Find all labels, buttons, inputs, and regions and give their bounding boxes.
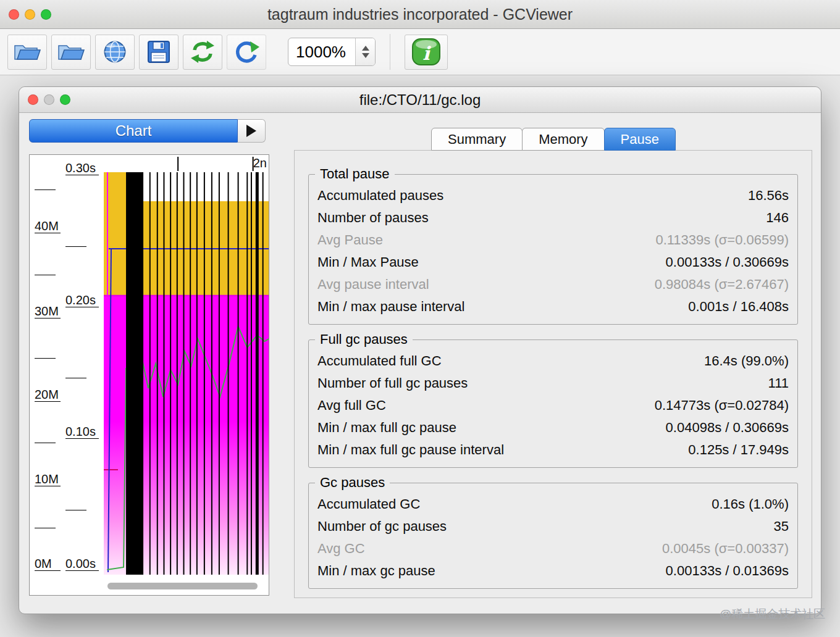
- chart-expand-button[interactable]: [238, 119, 266, 143]
- stat-row: Avg Pause 0.11339s (σ=0.06599): [317, 229, 789, 251]
- watch-button[interactable]: [227, 35, 266, 70]
- stat-label: Min / max full gc pause: [317, 417, 456, 439]
- zoom-button[interactable]: [41, 9, 51, 20]
- watch-refresh-icon: [233, 40, 259, 64]
- group-title: Full gc pauses: [315, 331, 413, 348]
- chart-scrollbar-thumb[interactable]: [107, 583, 258, 589]
- close-button[interactable]: [9, 9, 19, 20]
- stat-label: Accumulated full GC: [317, 350, 442, 372]
- watermark: @稀土掘金技术社区: [720, 606, 825, 622]
- play-triangle-icon: [246, 125, 256, 137]
- globe-icon: [103, 40, 127, 64]
- pause-stats-panel: Total pause Accumulated pauses 16.56s Nu…: [294, 150, 812, 598]
- stat-row: Number of gc pauses 35: [317, 515, 789, 538]
- stat-row: Min / max full gc pause 0.04098s / 0.306…: [317, 417, 789, 439]
- tab-memory[interactable]: Memory: [522, 128, 604, 151]
- axis-tick: [35, 275, 56, 275]
- tab-memory-label: Memory: [539, 131, 587, 148]
- group-title: Gc pauses: [315, 475, 390, 491]
- zoom-value: 1000%: [288, 43, 355, 62]
- stat-value: 0.00133s / 0.01369s: [666, 560, 789, 582]
- refresh-button[interactable]: [183, 35, 222, 70]
- stat-label: Number of full gc pauses: [317, 372, 468, 394]
- stat-value: 0.98084s (σ=2.67467): [655, 273, 789, 296]
- chart-dropdown-button[interactable]: Chart: [29, 119, 238, 143]
- chart-selector: Chart: [29, 119, 266, 143]
- document-window: file:/CTO/11/gc.log Chart 40M30M20M10M0M…: [19, 86, 821, 614]
- stat-label: Avg pause interval: [317, 273, 429, 296]
- axis-tick: [35, 528, 56, 528]
- stat-value: 146: [766, 207, 789, 229]
- app-title: tagtraum industries incorporated - GCVie…: [267, 6, 573, 23]
- stat-row: Number of pauses 146: [317, 207, 789, 229]
- y-axis-memory-label: 0M: [35, 557, 61, 571]
- y-axis-memory-label: 30M: [35, 304, 61, 318]
- y-axis-time-label: 0.20s: [65, 293, 99, 307]
- stat-value: 0.0045s (σ=0.00337): [662, 538, 789, 560]
- document-titlebar[interactable]: file:/CTO/11/gc.log: [19, 87, 821, 113]
- stat-value: 0.00133s / 0.30669s: [666, 251, 789, 273]
- stat-value: 0.125s / 17.949s: [688, 439, 789, 461]
- stat-row: Accumulated GC 0.16s (1.0%): [317, 493, 789, 515]
- add-file-button[interactable]: [51, 35, 91, 70]
- stat-value: 0.14773s (σ=0.02784): [655, 394, 789, 417]
- zoom-stepper[interactable]: [355, 38, 375, 65]
- tab-pause[interactable]: Pause: [604, 128, 676, 151]
- full-gc-pauses-group: Full gc pauses Accumulated full GC 16.4s…: [308, 339, 798, 468]
- open-file-button[interactable]: [7, 35, 47, 70]
- stat-value: 0.001s / 16.408s: [688, 296, 789, 318]
- tab-summary[interactable]: Summary: [431, 128, 523, 151]
- y-axis-time-label: 0.10s: [65, 425, 99, 439]
- doc-zoom-button[interactable]: [60, 94, 70, 105]
- stat-label: Avg Pause: [317, 229, 383, 251]
- total-pause-group: Total pause Accumulated pauses 16.56s Nu…: [308, 174, 798, 325]
- stat-row: Min / max full gc pause interval 0.125s …: [317, 439, 789, 461]
- stat-label: Avg full GC: [317, 394, 386, 417]
- stat-label: Accumulated pauses: [317, 185, 443, 207]
- stat-label: Number of gc pauses: [317, 515, 447, 538]
- stat-label: Min / Max Pause: [317, 251, 419, 273]
- y-axis-memory-label: 10M: [35, 472, 61, 486]
- document-title: file:/CTO/11/gc.log: [359, 91, 481, 109]
- stat-value: 111: [768, 372, 789, 394]
- y-axis-memory-label: 40M: [35, 219, 61, 233]
- stat-label: Accumulated GC: [317, 493, 420, 515]
- axis-tick: [65, 246, 86, 247]
- stat-value: 0.16s (1.0%): [712, 493, 789, 515]
- chart-axis-gutter: 40M30M20M10M0M0.30s0.20s0.10s0.00s: [30, 155, 104, 595]
- ruler-label: 2n: [253, 156, 267, 170]
- stat-row: Min / max gc pause 0.00133s / 0.01369s: [317, 560, 789, 582]
- stat-value: 16.56s: [748, 185, 789, 207]
- main-window-titlebar[interactable]: tagtraum industries incorporated - GCVie…: [0, 0, 840, 29]
- open-url-button[interactable]: [95, 35, 135, 70]
- stat-row: Avg pause interval 0.98084s (σ=2.67467): [317, 273, 789, 296]
- stat-value: 16.4s (99.0%): [704, 350, 789, 372]
- stat-label: Min / max pause interval: [317, 296, 464, 318]
- stepper-down-icon[interactable]: [362, 53, 369, 58]
- refresh-icon: [189, 40, 216, 64]
- save-disk-icon: [146, 40, 171, 64]
- stat-row: Min / max pause interval 0.001s / 16.408…: [317, 296, 789, 318]
- main-traffic-lights: [9, 0, 51, 28]
- info-button[interactable]: i: [405, 35, 448, 70]
- stat-row: Min / Max Pause 0.00133s / 0.30669s: [317, 251, 789, 273]
- stat-row: Avg full GC 0.14773s (σ=0.02784): [317, 394, 789, 417]
- stat-label: Number of pauses: [317, 207, 429, 229]
- tab-bar: Summary Memory Pause: [294, 128, 812, 151]
- chart-dropdown-label: Chart: [116, 122, 152, 139]
- open-folder-icon: [57, 41, 85, 63]
- zoom-combobox[interactable]: 1000%: [288, 38, 376, 66]
- document-content: Chart 40M30M20M10M0M0.30s0.20s0.10s0.00s: [19, 113, 821, 614]
- stat-row: Accumulated pauses 16.56s: [317, 185, 789, 207]
- y-axis-memory-label: 20M: [35, 388, 61, 402]
- tab-summary-label: Summary: [448, 131, 506, 148]
- doc-minimize-button[interactable]: [44, 94, 54, 105]
- doc-close-button[interactable]: [28, 94, 38, 105]
- y-axis-time-label: 0.30s: [65, 161, 99, 175]
- stepper-up-icon[interactable]: [362, 46, 369, 51]
- export-button[interactable]: [139, 35, 178, 70]
- open-folder-icon: [13, 41, 41, 63]
- axis-tick: [35, 358, 56, 359]
- stat-row: Number of full gc pauses 111: [317, 372, 789, 394]
- minimize-button[interactable]: [25, 9, 35, 20]
